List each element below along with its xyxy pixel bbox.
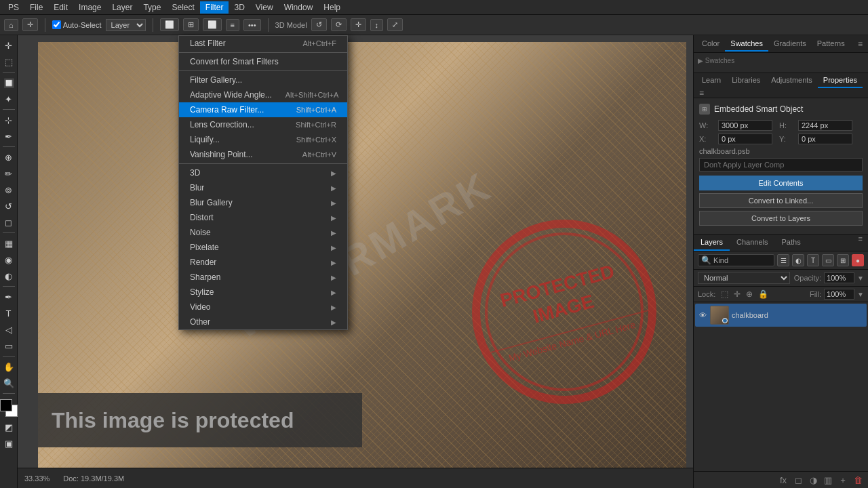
kind-adjust-btn[interactable]: ◐: [792, 254, 804, 266]
fill-arrow[interactable]: ▼: [857, 291, 864, 298]
3d-roll-btn[interactable]: ⟳: [331, 18, 347, 31]
menu-camera-raw-filter[interactable]: Camera Raw Filter... Shift+Ctrl+A: [179, 102, 347, 117]
menu-help[interactable]: Help: [318, 1, 346, 14]
menu-view[interactable]: View: [250, 1, 279, 14]
menu-3d[interactable]: 3D ▶: [179, 165, 347, 180]
kind-filter-btn[interactable]: ●: [852, 254, 864, 266]
lasso-tool[interactable]: 🔲: [1, 75, 16, 90]
brush-tool[interactable]: ✏: [1, 166, 16, 181]
menu-other[interactable]: Other ▶: [179, 314, 347, 329]
distribute-btn[interactable]: ≡: [226, 19, 239, 31]
menu-video[interactable]: Video ▶: [179, 300, 347, 314]
layer-visibility-toggle[interactable]: 👁: [698, 310, 707, 320]
3d-pan-btn[interactable]: ✛: [351, 18, 366, 31]
magic-wand-tool[interactable]: ✦: [1, 92, 16, 106]
menu-noise[interactable]: Noise ▶: [179, 225, 347, 240]
panel-options-icon[interactable]: ≡: [855, 39, 865, 49]
lock-all-icon[interactable]: 🔒: [758, 289, 768, 299]
convert-linked-btn[interactable]: Convert to Linked...: [699, 193, 863, 208]
kind-type-btn[interactable]: T: [807, 254, 819, 266]
tab-adjustments[interactable]: Adjustments: [766, 73, 818, 88]
3d-scale-btn[interactable]: ⤢: [387, 18, 403, 31]
add-mask-btn[interactable]: ◻: [792, 474, 804, 486]
menu-3d[interactable]: 3D: [229, 1, 250, 14]
auto-select-check[interactable]: Auto-Select: [52, 20, 102, 29]
lock-image-icon[interactable]: ✛: [734, 289, 741, 299]
menu-pixelate[interactable]: Pixelate ▶: [179, 240, 347, 255]
tab-paths[interactable]: Paths: [775, 235, 808, 251]
menu-blur[interactable]: Blur ▶: [179, 180, 347, 195]
menu-stylize[interactable]: Stylize ▶: [179, 285, 347, 300]
fill-input[interactable]: [824, 289, 854, 300]
select-tool[interactable]: ⬚: [1, 54, 16, 69]
more-btn[interactable]: •••: [243, 19, 261, 31]
align-right-btn[interactable]: ⬜: [203, 18, 222, 31]
new-layer-btn[interactable]: +: [837, 474, 849, 486]
menu-vanishing-point[interactable]: Vanishing Point... Alt+Ctrl+V: [179, 147, 347, 162]
kind-pixel-btn[interactable]: ☰: [777, 254, 789, 266]
align-left-btn[interactable]: ⬜: [160, 18, 179, 31]
kind-shape-btn[interactable]: ▭: [822, 254, 834, 266]
layer-item[interactable]: 👁 chalkboard: [695, 304, 867, 327]
menu-convert-smart[interactable]: Convert for Smart Filters: [179, 54, 347, 69]
3d-rotate-btn[interactable]: ↺: [311, 18, 327, 31]
home-btn[interactable]: ⌂: [4, 19, 18, 31]
menu-liquify[interactable]: Liquify... Shift+Ctrl+X: [179, 132, 347, 147]
menu-filter-gallery[interactable]: Filter Gallery...: [179, 73, 347, 87]
new-fill-btn[interactable]: ◑: [807, 474, 819, 486]
quick-mask-tool[interactable]: ◩: [1, 420, 16, 434]
tab-swatches[interactable]: Swatches: [725, 37, 768, 52]
path-tool[interactable]: ◁: [1, 322, 16, 337]
tab-properties[interactable]: Properties: [818, 73, 863, 88]
screen-mode-btn[interactable]: ▣: [1, 436, 16, 451]
type-tool[interactable]: T: [1, 306, 16, 321]
menu-sharpen[interactable]: Sharpen ▶: [179, 270, 347, 285]
menu-layer[interactable]: Layer: [106, 1, 138, 14]
tab-gradients[interactable]: Gradients: [768, 37, 812, 52]
prop-w-input[interactable]: [718, 120, 772, 131]
move-tool[interactable]: ✛: [1, 38, 16, 53]
menu-file[interactable]: File: [24, 1, 48, 14]
menu-image[interactable]: Image: [73, 1, 106, 14]
crop-tool[interactable]: ⊹: [1, 113, 16, 127]
edit-contents-btn[interactable]: Edit Contents: [699, 176, 863, 190]
menu-adaptive-wide-angle[interactable]: Adaptive Wide Angle... Alt+Shift+Ctrl+A: [179, 87, 347, 102]
kind-smart-btn[interactable]: ⊞: [837, 254, 849, 266]
tab-patterns[interactable]: Patterns: [812, 37, 850, 52]
layer-select[interactable]: Layer Group: [106, 19, 146, 31]
convert-layers-btn[interactable]: Convert to Layers: [699, 211, 863, 226]
align-center-btn[interactable]: ⊞: [183, 18, 199, 31]
layers-panel-options[interactable]: ≡: [853, 235, 868, 251]
history-brush-tool[interactable]: ↺: [1, 199, 16, 214]
dodge-tool[interactable]: ◐: [1, 268, 16, 283]
opacity-input[interactable]: [824, 272, 854, 283]
pen-tool[interactable]: ✒: [1, 289, 16, 304]
zoom-tool[interactable]: 🔍: [1, 375, 16, 390]
shape-tool[interactable]: ▭: [1, 338, 16, 353]
heal-tool[interactable]: ⊕: [1, 150, 16, 165]
menu-last-filter[interactable]: Last Filter Alt+Ctrl+F: [179, 36, 347, 51]
new-group-btn[interactable]: ▥: [822, 474, 834, 486]
tab-color[interactable]: Color: [696, 37, 725, 52]
menu-render[interactable]: Render ▶: [179, 255, 347, 270]
hand-tool[interactable]: ✋: [1, 359, 16, 374]
menu-edit[interactable]: Edit: [48, 1, 73, 14]
blur-tool[interactable]: ◉: [1, 252, 16, 267]
gradient-tool[interactable]: ▦: [1, 236, 16, 251]
menu-blur-gallery[interactable]: Blur Gallery ▶: [179, 195, 347, 210]
fg-color[interactable]: [0, 399, 12, 411]
lock-transparent-icon[interactable]: ⬚: [721, 289, 728, 299]
color-picker[interactable]: [0, 399, 18, 418]
prop-x-input[interactable]: [718, 134, 772, 144]
tab-layers[interactable]: Layers: [694, 235, 730, 251]
prop-y-input[interactable]: [798, 134, 852, 144]
menu-window[interactable]: Window: [279, 1, 319, 14]
menu-distort[interactable]: Distort ▶: [179, 210, 347, 225]
blend-mode-select[interactable]: Normal: [698, 272, 790, 284]
opacity-arrow[interactable]: ▼: [857, 274, 864, 282]
panel2-options-icon[interactable]: ≡: [696, 88, 707, 98]
menu-lens-correction[interactable]: Lens Correction... Shift+Ctrl+R: [179, 117, 347, 132]
eraser-tool[interactable]: ◻: [1, 215, 16, 230]
tab-libraries[interactable]: Libraries: [726, 73, 766, 88]
layer-comp-input[interactable]: [699, 158, 863, 171]
